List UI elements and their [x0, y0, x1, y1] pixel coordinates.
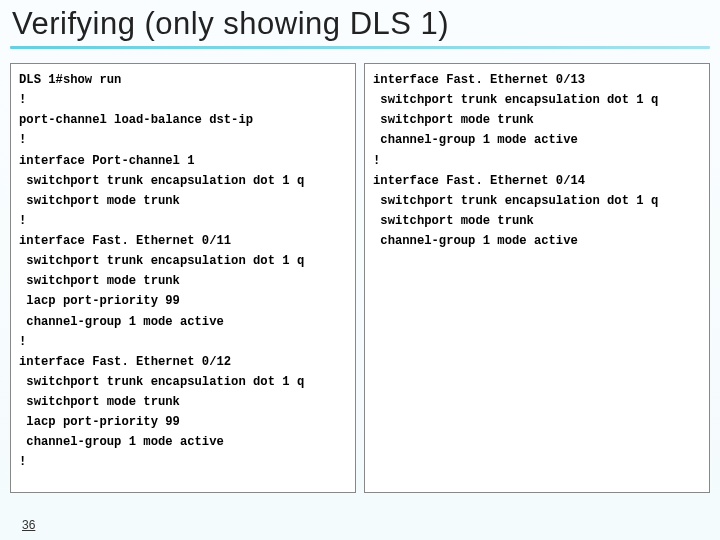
slide-title: Verifying (only showing DLS 1)	[0, 0, 720, 42]
page-number: 36	[22, 518, 35, 532]
two-column-layout: DLS 1#show run ! port-channel load-balan…	[0, 49, 720, 493]
right-code-box: interface Fast. Ethernet 0/13 switchport…	[364, 63, 710, 493]
left-code-block: DLS 1#show run ! port-channel load-balan…	[19, 70, 347, 473]
right-code-block: interface Fast. Ethernet 0/13 switchport…	[373, 70, 701, 251]
left-code-box: DLS 1#show run ! port-channel load-balan…	[10, 63, 356, 493]
